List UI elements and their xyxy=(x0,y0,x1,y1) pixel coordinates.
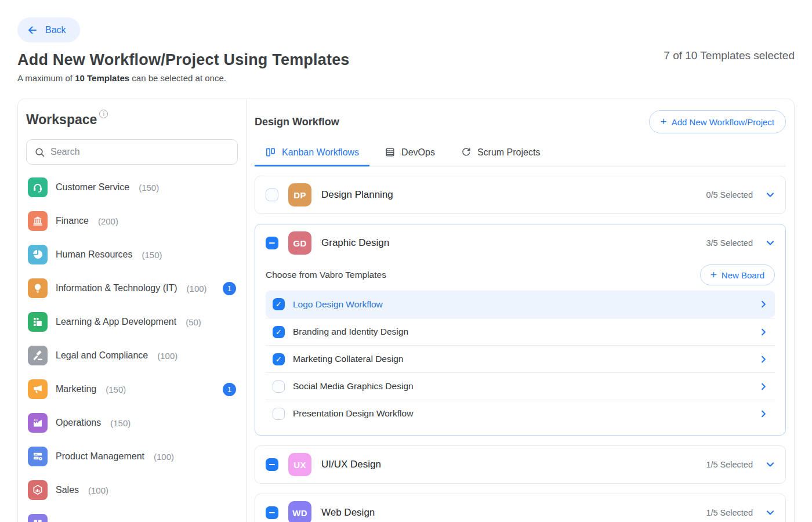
plus-icon: + xyxy=(710,269,717,280)
megaphone-icon xyxy=(28,379,48,399)
chevron-down-icon[interactable] xyxy=(766,508,775,517)
kanban-icon xyxy=(265,147,276,158)
choose-templates-label: Choose from Vabro Templates xyxy=(266,270,386,280)
chevron-right-icon[interactable] xyxy=(759,382,768,391)
template-checkbox[interactable] xyxy=(273,353,285,365)
sidebar-item[interactable]: Legal and Compliance (100) xyxy=(26,339,238,372)
sidebar-item-count: (50) xyxy=(186,317,201,327)
group-selected-count: 0/5 Selected xyxy=(706,190,753,200)
template-checkbox[interactable] xyxy=(273,298,285,310)
group-title: Design Planning xyxy=(321,189,393,201)
tab-kanban-workflows[interactable]: Kanban Workflows xyxy=(255,141,369,166)
group-avatar: DP xyxy=(288,183,311,206)
template-list: Logo Design Workflow Branding and Identi… xyxy=(266,291,775,427)
hexagon-chart-icon xyxy=(28,480,48,500)
template-group-card: DP Design Planning 0/5 Selected xyxy=(255,176,786,214)
template-label: Marketing Collateral Design xyxy=(293,354,403,364)
info-icon[interactable]: i xyxy=(99,110,108,118)
group-selected-count: 1/5 Selected xyxy=(706,508,753,517)
chevron-right-icon[interactable] xyxy=(759,328,768,336)
plus-icon: + xyxy=(661,116,667,127)
chevron-right-icon[interactable] xyxy=(759,409,768,418)
sidebar-item[interactable]: Information & Technology (IT) (100) 1 xyxy=(26,271,238,305)
chevron-down-icon[interactable] xyxy=(766,190,775,200)
content-card: Workspace i Customer Service (150) Finan… xyxy=(17,99,795,522)
template-group-card: WD Web Design 1/5 Selected xyxy=(255,494,786,522)
sidebar-item-count: (150) xyxy=(106,385,126,394)
group-header[interactable]: GD Graphic Design 3/5 Selected xyxy=(255,224,785,262)
group-avatar: GD xyxy=(288,231,311,255)
template-row[interactable]: Logo Design Workflow xyxy=(266,291,775,318)
sidebar-item-label: Sales xyxy=(56,485,79,495)
group-header[interactable]: UX UI/UX Design 1/5 Selected xyxy=(255,446,785,483)
search-box[interactable] xyxy=(26,139,238,165)
group-avatar: UX xyxy=(288,453,311,476)
templates-selected-counter: 7 of 10 Templates selected xyxy=(664,49,795,62)
sidebar-item[interactable]: Finance (200) xyxy=(26,204,238,238)
group-header[interactable]: WD Web Design 1/5 Selected xyxy=(255,494,785,522)
sidebar-item[interactable]: Human Resources (150) xyxy=(26,238,238,271)
add-new-workflow-button[interactable]: + Add New Workflow/Project xyxy=(649,110,786,133)
sidebar-item-label: Legal and Compliance xyxy=(56,350,148,361)
back-label: Back xyxy=(45,25,66,35)
sidebar-item[interactable]: Learning & App Development (50) xyxy=(26,305,238,339)
sidebar-item-label: Operations xyxy=(56,418,101,428)
main-panel: Design Workflow + Add New Workflow/Proje… xyxy=(246,99,794,522)
group-header[interactable]: DP Design Planning 0/5 Selected xyxy=(255,176,785,213)
sidebar-item[interactable]: Marketing (150) 1 xyxy=(26,372,238,406)
page-header: Back Add New Workflow/Project Using Temp… xyxy=(0,0,812,83)
tab-scrum-projects[interactable]: Scrum Projects xyxy=(450,141,550,166)
group-title: Graphic Design xyxy=(321,237,389,249)
notification-badge: 1 xyxy=(223,282,236,295)
blocks-icon xyxy=(28,312,48,332)
server-icon xyxy=(28,447,48,466)
group-checkbox[interactable] xyxy=(266,506,278,519)
chevron-right-icon[interactable] xyxy=(759,355,768,364)
template-checkbox[interactable] xyxy=(273,326,285,338)
sidebar-item-label: Human Resources xyxy=(56,249,133,260)
group-selected-count: 3/5 Selected xyxy=(706,238,753,248)
group-checkbox[interactable] xyxy=(266,458,278,471)
template-row[interactable]: Marketing Collateral Design xyxy=(266,345,775,372)
sidebar-item-count: (150) xyxy=(139,183,159,193)
search-icon xyxy=(34,147,45,158)
template-row[interactable]: Branding and Identity Design xyxy=(266,318,775,345)
headset-icon xyxy=(28,177,48,197)
sidebar-item[interactable] xyxy=(26,507,238,522)
group-expanded-section: Choose from Vabro Templates + New Board … xyxy=(255,262,785,435)
template-checkbox[interactable] xyxy=(273,380,285,393)
search-input[interactable] xyxy=(50,147,230,157)
template-row[interactable]: Social Media Graphics Design xyxy=(266,372,775,400)
group-checkbox[interactable] xyxy=(266,237,278,249)
template-group-card: UX UI/UX Design 1/5 Selected xyxy=(255,445,786,484)
sidebar-item[interactable]: Sales (100) xyxy=(26,473,238,507)
chevron-down-icon[interactable] xyxy=(766,238,775,248)
template-label: Branding and Identity Design xyxy=(293,327,408,337)
group-title: Web Design xyxy=(321,507,375,519)
tab-label: Scrum Projects xyxy=(477,147,540,158)
template-checkbox[interactable] xyxy=(273,408,285,420)
workflow-tabs: Kanban Workflows DevOps Scrum Projects xyxy=(255,141,786,166)
workspace-title: Workspace xyxy=(26,112,97,128)
gavel-icon xyxy=(28,346,48,365)
new-board-button[interactable]: + New Board xyxy=(700,264,775,285)
sidebar-item[interactable]: Product Management (100) xyxy=(26,440,238,473)
template-label: Logo Design Workflow xyxy=(293,299,383,310)
group-title: UI/UX Design xyxy=(321,459,381,470)
sidebar-item[interactable]: Operations (150) xyxy=(26,406,238,440)
sidebar-item[interactable]: Customer Service (150) xyxy=(26,171,238,204)
template-label: Social Media Graphics Design xyxy=(293,381,414,392)
sidebar-item-label: Product Management xyxy=(56,451,144,462)
tab-devops[interactable]: DevOps xyxy=(374,141,445,166)
sidebar-item-count: (200) xyxy=(98,216,118,226)
chevron-down-icon[interactable] xyxy=(766,460,775,469)
template-row[interactable]: Presentation Design Workflow xyxy=(266,400,775,427)
group-checkbox[interactable] xyxy=(266,188,278,201)
chevron-right-icon[interactable] xyxy=(759,300,768,309)
board-tile-icon xyxy=(28,514,48,522)
group-avatar: WD xyxy=(288,501,311,522)
template-label: Presentation Design Workflow xyxy=(293,408,413,419)
sidebar-item-label: Information & Technology (IT) xyxy=(56,283,177,293)
back-button[interactable]: Back xyxy=(17,17,80,42)
notification-badge: 1 xyxy=(223,383,236,396)
